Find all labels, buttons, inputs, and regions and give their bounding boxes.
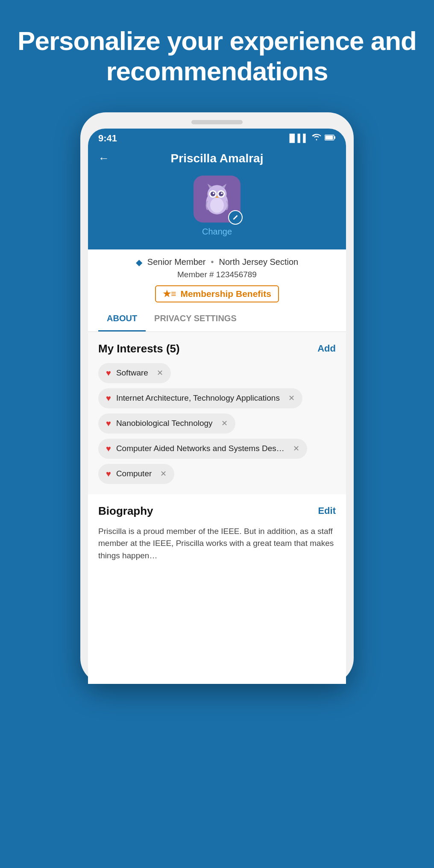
benefits-icon: ★≡	[163, 289, 176, 299]
remove-interest-3[interactable]: ✕	[293, 444, 299, 453]
change-photo-label[interactable]: Change	[202, 227, 232, 237]
member-number: Member # 123456789	[177, 270, 257, 279]
status-time: 9:41	[98, 133, 117, 144]
heart-icon-3: ♥	[106, 444, 111, 454]
interest-item-4[interactable]: ♥ Computer ✕	[98, 464, 174, 484]
diamond-icon: ◆	[136, 257, 142, 267]
tab-about[interactable]: ABOUT	[98, 307, 146, 331]
member-section: North Jersey Section	[219, 257, 299, 267]
avatar-container[interactable]	[194, 176, 240, 223]
edit-avatar-badge[interactable]	[228, 210, 243, 225]
interest-label-4: Computer	[116, 469, 152, 478]
add-interest-button[interactable]: Add	[317, 343, 336, 354]
phone-outer: 9:41 ▐▌▌▌	[80, 112, 354, 684]
biography-header: Biography Edit	[98, 504, 336, 518]
wifi-icon	[312, 134, 321, 143]
content-area: My Interests (5) Add ♥ Software ✕ ♥ Inte…	[88, 332, 346, 494]
interests-header: My Interests (5) Add	[98, 342, 336, 355]
membership-benefits-button[interactable]: ★≡ Membership Benefits	[155, 285, 279, 302]
interest-label-2: Nanobiological Technology	[116, 419, 213, 428]
tabs-row: ABOUT PRIVACY SETTINGS	[88, 307, 346, 332]
interest-item-0[interactable]: ♥ Software ✕	[98, 363, 171, 383]
svg-point-10	[219, 191, 223, 196]
member-info: ◆ Senior Member • North Jersey Section M…	[88, 249, 346, 307]
svg-point-11	[213, 192, 214, 194]
phone-screen: 9:41 ▐▌▌▌	[88, 129, 346, 684]
heart-icon-2: ♥	[106, 419, 111, 428]
interests-title: My Interests (5)	[98, 342, 180, 355]
svg-rect-1	[326, 136, 333, 140]
interest-item-1[interactable]: ♥ Internet Architecture, Technology Appl…	[98, 388, 302, 408]
heart-icon-4: ♥	[106, 469, 111, 479]
profile-section: Change	[88, 176, 346, 249]
svg-point-12	[221, 192, 223, 194]
back-button[interactable]: ←	[98, 152, 109, 165]
biography-title: Biography	[98, 504, 153, 518]
heart-icon-1: ♥	[106, 393, 111, 403]
profile-name-header: Priscilla Amalraj	[171, 152, 264, 165]
phone-notch	[191, 120, 243, 124]
status-icons: ▐▌▌▌	[287, 134, 336, 143]
biography-section: Biography Edit Priscilla is a proud memb…	[88, 494, 346, 572]
biography-text: Priscilla is a proud member of the IEEE.…	[98, 525, 336, 562]
remove-interest-4[interactable]: ✕	[160, 469, 167, 478]
edit-biography-button[interactable]: Edit	[318, 505, 336, 516]
interests-list: ♥ Software ✕ ♥ Internet Architecture, Te…	[98, 363, 336, 484]
signal-icon: ▐▌▌▌	[287, 134, 308, 143]
dot-separator: •	[211, 257, 214, 267]
member-grade: Senior Member	[147, 257, 206, 267]
remove-interest-0[interactable]: ✕	[157, 368, 163, 378]
interest-label-0: Software	[116, 368, 148, 378]
svg-point-14	[210, 197, 224, 212]
svg-point-9	[211, 191, 215, 196]
interest-label-3: Computer Aided Networks and Systems Des…	[116, 444, 284, 453]
tab-privacy-settings[interactable]: PRIVACY SETTINGS	[146, 307, 245, 331]
app-header: ← Priscilla Amalraj	[88, 147, 346, 176]
battery-icon	[325, 134, 336, 143]
svg-rect-2	[334, 136, 336, 139]
phone-container: 9:41 ▐▌▌▌	[0, 104, 434, 684]
hero-section: Personalize your experience and recommen…	[0, 0, 434, 104]
hero-title: Personalize your experience and recommen…	[17, 26, 417, 87]
interest-item-2[interactable]: ♥ Nanobiological Technology ✕	[98, 413, 235, 434]
interest-label-1: Internet Architecture, Technology Applic…	[116, 393, 280, 403]
benefits-label: Membership Benefits	[180, 289, 271, 299]
status-bar: 9:41 ▐▌▌▌	[88, 129, 346, 147]
remove-interest-1[interactable]: ✕	[288, 393, 295, 403]
heart-icon-0: ♥	[106, 368, 111, 378]
member-grade-row: ◆ Senior Member • North Jersey Section	[136, 257, 298, 267]
remove-interest-2[interactable]: ✕	[221, 419, 228, 428]
interest-item-3[interactable]: ♥ Computer Aided Networks and Systems De…	[98, 439, 307, 459]
